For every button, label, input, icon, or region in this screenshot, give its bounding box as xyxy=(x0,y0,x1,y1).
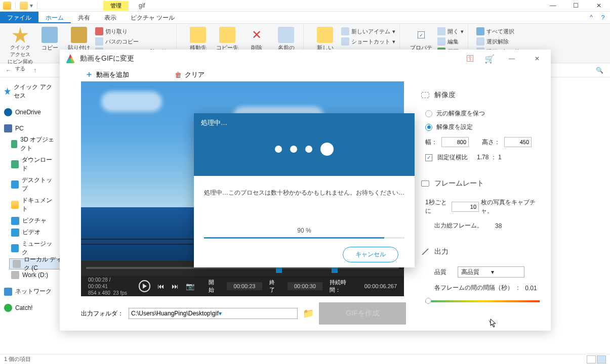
contextual-tab-manage[interactable]: 管理 xyxy=(103,1,129,11)
slider-knob[interactable] xyxy=(425,298,431,304)
app-minimize-button[interactable]: — xyxy=(504,55,519,62)
pin-quick-access-button[interactable]: クイック アクセス にピン留めする xyxy=(7,27,33,72)
delete-button[interactable]: ✕削除 xyxy=(243,27,270,52)
app-logo-icon xyxy=(66,54,75,63)
up-button[interactable]: ↑ xyxy=(29,67,40,74)
cursor-icon xyxy=(490,318,497,328)
height-input[interactable] xyxy=(504,137,532,147)
browse-folder-button[interactable]: 📁 xyxy=(303,308,314,319)
clear-button[interactable]: 🗑クリア xyxy=(175,70,205,79)
capture-per-second-input[interactable] xyxy=(452,202,479,212)
copy-to-button[interactable]: コピー先 xyxy=(214,27,240,52)
nav-pane: クイック アクセス OneDrive PC 3D オブジェクト ダウンロード デ… xyxy=(0,77,60,354)
minimize-button[interactable]: — xyxy=(542,0,564,12)
play-button[interactable] xyxy=(139,280,151,292)
open-button[interactable]: 開く▾ xyxy=(437,27,464,36)
tab-picture-tools[interactable]: ピクチャ ツール xyxy=(124,12,182,23)
nav-pc[interactable]: PC xyxy=(2,123,58,134)
settings-pane: 解像度 元の解像度を保つ 解像度を設定 幅： 高さ： ✓ 固定従横比 1.78 … xyxy=(414,81,551,331)
search-icon[interactable]: 🔍 xyxy=(596,67,607,74)
close-button[interactable]: ✕ xyxy=(587,0,610,12)
aspect-value: 1.78 ： 1 xyxy=(477,153,502,162)
output-folder-row: 出力フォルダ： C:\Users\HuangPing\Desktop\gif ▾… xyxy=(60,296,414,331)
item-count: 1 個の項目 xyxy=(4,355,31,363)
help-icon[interactable]: ? xyxy=(596,12,610,23)
app-titlebar: 動画をGIFに変更 ⚿ 🛒 — ✕ xyxy=(60,50,551,68)
select-none-button[interactable]: 選択解除 xyxy=(476,37,525,46)
chevron-down-icon: ▾ xyxy=(219,310,295,317)
nav-quick-access[interactable]: クイック アクセス xyxy=(2,81,58,102)
end-time-input[interactable]: 00:00:30 xyxy=(288,282,323,290)
copy-button[interactable]: コピー xyxy=(36,27,63,52)
trash-icon: 🗑 xyxy=(175,71,182,79)
new-item-button[interactable]: 新しいアイテム▾ xyxy=(341,27,395,36)
processing-dialog: 処理中… 処理中…このプロセスは数十秒かかるかもしれません。お待ちください… 9… xyxy=(194,113,415,267)
cut-button[interactable]: 切り取り xyxy=(95,27,172,36)
maximize-button[interactable]: ☐ xyxy=(564,0,587,12)
move-to-button[interactable]: 移動先 xyxy=(185,27,211,52)
view-large-icon[interactable] xyxy=(597,355,606,363)
tab-file[interactable]: ファイル xyxy=(0,12,38,23)
nav-network[interactable]: ネットワーク xyxy=(2,286,58,297)
radio-set-resolution[interactable]: 解像度を設定 xyxy=(421,120,544,134)
edit-button[interactable]: 編集 xyxy=(437,37,464,46)
nav-videos[interactable]: ビデオ xyxy=(9,226,58,238)
nav-pictures[interactable]: ピクチャ xyxy=(9,215,58,226)
view-details-icon[interactable] xyxy=(587,355,596,363)
nav-desktop[interactable]: デスクトップ xyxy=(9,174,58,195)
start-time-input[interactable]: 00:00:23 xyxy=(227,282,262,290)
width-input[interactable] xyxy=(441,137,469,147)
select-all-button[interactable]: すべて選択 xyxy=(476,27,525,36)
back-button[interactable]: ← xyxy=(3,67,14,74)
nav-documents[interactable]: ドキュメント xyxy=(9,195,58,215)
quality-select[interactable]: 高品質▾ xyxy=(458,266,524,278)
tab-home[interactable]: ホーム xyxy=(38,12,71,23)
interval-value: 0.01 xyxy=(525,285,537,292)
chevron-down-icon: ▾ xyxy=(491,268,521,276)
end-label: 終了 xyxy=(269,279,280,294)
app-toolbar: ＋動画を追加 🗑クリア xyxy=(60,68,551,81)
output-icon xyxy=(421,249,429,255)
snapshot-button[interactable]: 📷 xyxy=(186,282,194,290)
progress-bar xyxy=(204,237,404,239)
app-title: 動画をGIFに変更 xyxy=(80,54,134,63)
next-frame-button[interactable]: ⏭ xyxy=(172,282,179,290)
add-video-button[interactable]: ＋動画を追加 xyxy=(85,69,129,80)
shortcut-button[interactable]: ショートカット▾ xyxy=(341,37,395,46)
nav-onedrive[interactable]: OneDrive xyxy=(2,107,58,118)
height-label: 高さ： xyxy=(482,138,500,147)
app-close-button[interactable]: ✕ xyxy=(530,55,545,62)
tab-share[interactable]: 共有 xyxy=(71,12,97,23)
framerate-icon xyxy=(421,180,429,187)
key-icon[interactable]: ⚿ xyxy=(466,54,475,63)
radio-keep-original[interactable]: 元の解像度を保つ xyxy=(421,107,544,120)
quality-label: 品質 xyxy=(434,268,446,277)
nav-downloads[interactable]: ダウンロード xyxy=(9,154,58,174)
forward-button[interactable]: → xyxy=(16,67,27,74)
time-info: 00:00:28 / 00:00:41 854 x 480 23 fps xyxy=(88,277,132,296)
lock-aspect-checkbox[interactable]: ✓ xyxy=(425,154,432,161)
explorer-titlebar: ▾ 管理 gif — ☐ ✕ xyxy=(0,0,610,12)
progress-percent: 90 % xyxy=(204,227,404,234)
cart-icon[interactable]: 🛒 xyxy=(485,54,494,63)
total-frames-value: 38 xyxy=(495,222,502,230)
total-frames-label: 出力総フレーム。 xyxy=(434,221,483,230)
paste-button[interactable]: 貼り付け xyxy=(66,27,92,52)
interval-slider[interactable] xyxy=(425,300,540,302)
nav-catch[interactable]: Catch! xyxy=(2,302,58,313)
output-title: 出力 xyxy=(434,247,449,256)
resolution-title: 解像度 xyxy=(434,90,456,100)
dialog-title: 処理中… xyxy=(201,118,408,127)
tab-view[interactable]: 表示 xyxy=(97,12,124,23)
loading-dots-icon xyxy=(201,127,408,171)
prev-frame-button[interactable]: ⏮ xyxy=(157,282,165,290)
nav-3d-objects[interactable]: 3D オブジェクト xyxy=(9,134,58,154)
output-folder-combo[interactable]: C:\Users\HuangPing\Desktop\gif ▾ xyxy=(129,308,298,319)
copy-path-button[interactable]: パスのコピー xyxy=(95,37,172,46)
lock-aspect-label: 固定従横比 xyxy=(437,153,468,162)
create-gif-button[interactable]: GIFを作成 xyxy=(319,302,406,325)
window-title: gif xyxy=(139,2,145,9)
plus-icon: ＋ xyxy=(85,69,93,80)
ribbon-expand-icon[interactable]: ^ xyxy=(587,12,596,23)
cancel-button[interactable]: キャンセル xyxy=(343,247,398,262)
